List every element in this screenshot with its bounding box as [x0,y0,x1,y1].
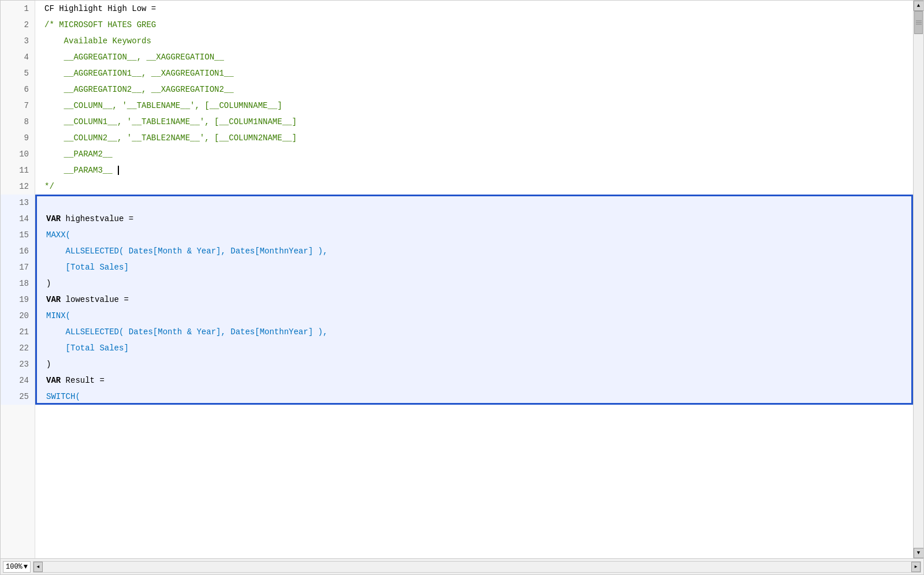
code-token: /* MICROSOFT HATES GREG [44,20,156,29]
code-token: Result = [66,376,105,385]
code-token: ALLSELECTED( Dates[Month & Year], Dates[… [46,327,327,337]
code-token: VAR [46,214,66,223]
line-number-10: 10 [1,146,35,162]
code-line-22: [Total Sales] [35,340,913,356]
line-number-20: 20 [1,308,35,324]
code-line-11: __PARAM3__ [35,162,913,178]
line-number-2: 2 [1,17,35,33]
line-number-22: 22 [1,340,35,356]
code-line-5: __AGGREGATION1__, __XAGGREGATION1__ [35,65,913,81]
code-token: lowestvalue = [66,295,129,304]
code-line-12: */ [35,178,913,195]
code-token: ALLSELECTED( Dates[Month & Year], Dates[… [46,247,327,256]
line-number-3: 3 [1,33,35,49]
line-numbers: 1234567891011121314151617181920212223242… [1,1,35,558]
code-line-16: ALLSELECTED( Dates[Month & Year], Dates[… [35,243,913,259]
code-token: __AGGREGATION1__, __XAGGREGATION1__ [44,69,234,78]
scroll-down-button[interactable]: ▼ [914,548,924,558]
code-line-1: CF Highlight High Low = [35,1,913,17]
code-line-20: MINX( [35,308,913,324]
scroll-up-button[interactable]: ▲ [914,1,924,11]
status-bar: 100% ▼ ◄ ► [1,558,923,574]
code-line-4: __AGGREGATION__, __XAGGREGATION__ [35,49,913,65]
code-line-23: ) [35,356,913,372]
line-number-16: 16 [1,243,35,259]
line-number-4: 4 [1,49,35,65]
h-scroll-track[interactable] [43,562,911,572]
line-number-14: 14 [1,211,35,227]
code-token: ) [46,360,51,369]
line-number-7: 7 [1,98,35,114]
line-number-11: 11 [1,162,35,178]
zoom-dropdown[interactable]: 100% ▼ [3,561,31,573]
line-number-6: 6 [1,81,35,98]
line-number-5: 5 [1,65,35,81]
line-number-24: 24 [1,372,35,389]
code-line-18: ) [35,275,913,292]
code-token: VAR [46,376,66,385]
code-line-3: Available Keywords [35,33,913,49]
code-line-6: __AGGREGATION2__, __XAGGREGATION2__ [35,81,913,98]
scroll-thumb-grip [916,21,922,25]
code-line-24: VAR Result = [35,372,913,389]
scroll-left-button[interactable]: ◄ [33,562,43,572]
code-token: MAXX( [46,230,70,240]
line-number-9: 9 [1,130,35,146]
code-line-14: VAR highestvalue = [35,211,913,227]
scroll-thumb[interactable] [914,11,923,34]
code-line-25: SWITCH( [35,389,913,405]
line-number-12: 12 [1,178,35,195]
line-number-25: 25 [1,389,35,405]
line-number-21: 21 [1,324,35,340]
code-token: Available Keywords [44,36,151,46]
text-cursor [118,166,119,175]
code-token: __AGGREGATION2__, __XAGGREGATION2__ [44,85,234,94]
code-token: ) [46,279,51,288]
code-token: [Total Sales] [46,263,129,272]
line-number-13: 13 [1,195,35,211]
zoom-arrow-icon: ▼ [24,563,28,571]
line-number-19: 19 [1,292,35,308]
code-content[interactable]: CF Highlight High Low =/* MICROSOFT HATE… [35,1,913,558]
code-token: MINX( [46,311,70,320]
line-number-23: 23 [1,356,35,372]
scroll-track[interactable] [914,11,923,548]
line-number-8: 8 [1,114,35,130]
code-token: __COLUMN__, '__TABLENAME__', [__COLUMNNA… [44,101,282,110]
code-token: __COLUMN2__, '__TABLE2NAME__', [__COLUMN… [44,133,297,143]
code-line-10: __PARAM2__ [35,146,913,162]
code-token: __AGGREGATION__, __XAGGREGATION__ [44,53,224,62]
scroll-right-button[interactable]: ► [911,562,921,572]
code-area: 1234567891011121314151617181920212223242… [1,1,923,558]
line-number-15: 15 [1,227,35,243]
code-line-17: [Total Sales] [35,259,913,275]
code-line-8: __COLUMN1__, '__TABLE1NAME__', [__COLUM1… [35,114,913,130]
code-token: __COLUMN1__, '__TABLE1NAME__', [__COLUM1… [44,117,297,126]
code-line-15: MAXX( [35,227,913,243]
code-token: SWITCH( [46,392,80,401]
code-token: __PARAM3__ [44,166,113,175]
code-line-2: /* MICROSOFT HATES GREG [35,17,913,33]
code-token: VAR [46,295,66,304]
zoom-value: 100% [6,563,23,571]
code-token: highestvalue = [66,214,134,223]
horizontal-scrollbar[interactable]: ◄ ► [33,561,921,573]
editor-container: 1234567891011121314151617181920212223242… [0,0,924,575]
code-line-13 [35,195,913,211]
line-number-18: 18 [1,275,35,292]
code-line-9: __COLUMN2__, '__TABLE2NAME__', [__COLUMN… [35,130,913,146]
code-token [113,166,117,175]
code-line-21: ALLSELECTED( Dates[Month & Year], Dates[… [35,324,913,340]
code-token: [Total Sales] [46,343,129,353]
vertical-scrollbar[interactable]: ▲ ▼ [913,1,923,558]
code-token: __PARAM2__ [44,150,113,159]
code-token: CF Highlight High Low = [44,4,156,13]
code-line-7: __COLUMN__, '__TABLENAME__', [__COLUMNNA… [35,98,913,114]
code-token: */ [44,182,54,191]
code-line-19: VAR lowestvalue = [35,292,913,308]
line-number-17: 17 [1,259,35,275]
line-number-1: 1 [1,1,35,17]
